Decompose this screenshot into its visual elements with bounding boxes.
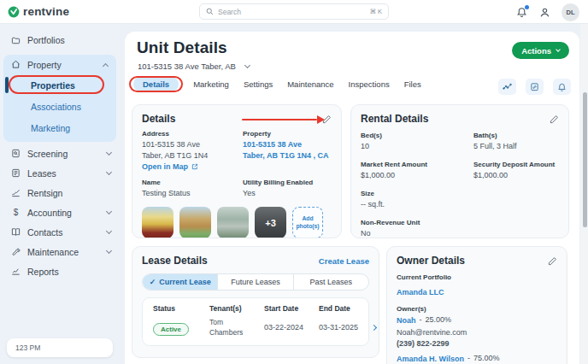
address-field: Address 101-5315 38 Ave Taber, AB T1G 1N… (142, 130, 243, 171)
sidebar-item-associations[interactable]: Associations (3, 96, 116, 117)
alerts-bell-button[interactable] (553, 79, 571, 95)
rental-details-card: Rental Details Bed(s) 10 Bath(s) 5 Full,… (350, 104, 569, 238)
global-search[interactable]: ⌘ K (199, 3, 389, 20)
chart-icon (11, 267, 21, 276)
sidebar-item-screening[interactable]: Screening (0, 144, 120, 163)
tab-details[interactable]: Details (133, 79, 179, 89)
sidebar-item-leases[interactable]: Leases (0, 163, 120, 183)
external-link-icon (191, 163, 198, 170)
search-input[interactable] (218, 8, 365, 16)
tab-settings[interactable]: Settings (244, 79, 273, 89)
user-icon[interactable] (539, 7, 550, 18)
signature-icon (11, 188, 21, 197)
scrollbar-track (580, 24, 588, 364)
sidebar-item-rentsign[interactable]: Rentsign (0, 183, 120, 203)
sidebar-item-accounting[interactable]: $ Accounting (0, 203, 120, 222)
main-content: Unit Details 101-5315 38 Ave Taber, AB A… (125, 32, 579, 364)
sidebar-item-label: Rentsign (27, 188, 111, 198)
owner-share: 25.00% (426, 314, 452, 326)
details-card-title: Details (142, 113, 175, 125)
security-deposit-field: Security Deposit Amount $1,000.00 (473, 161, 559, 181)
segment-label: Past Leases (310, 278, 353, 286)
sidebar-item-label: Leases (27, 168, 100, 179)
portfolio-link[interactable]: Amanda LLC (397, 288, 444, 296)
property-photo[interactable] (179, 207, 211, 238)
edit-pencil-icon[interactable] (550, 114, 559, 124)
property-link[interactable]: 101-5315 38 Ave (243, 139, 332, 150)
owner-entry: Noah - 25.00% (397, 314, 557, 326)
tab-inspections[interactable]: Inspections (349, 79, 390, 89)
topbar-actions: DL (516, 0, 579, 24)
owner-name-link[interactable]: Amanda H. Wilson (397, 355, 464, 363)
page-title: Unit Details (137, 38, 227, 57)
column-header: Status (153, 304, 209, 313)
lease-details-card: Lease Details Create Lease ✓ Current Lea… (132, 246, 379, 358)
chevron-right-icon (371, 325, 377, 331)
avatar[interactable]: DL (562, 3, 579, 21)
tab-marketing[interactable]: Marketing (193, 79, 229, 89)
wrench-icon (11, 247, 21, 256)
field-label: Address (142, 130, 243, 138)
edit-pencil-icon[interactable] (548, 256, 557, 266)
create-lease-link[interactable]: Create Lease (319, 256, 369, 266)
document-search-icon (11, 149, 21, 158)
file-text-icon (11, 168, 21, 178)
sidebar-item-label: Properties (31, 80, 75, 91)
edit-pencil-icon[interactable] (322, 114, 332, 124)
owner-name-link[interactable]: Noah (397, 316, 416, 325)
property-photo[interactable] (142, 207, 173, 238)
add-photos-button[interactable]: Add photo(s) (292, 207, 323, 238)
notes-clipboard-button[interactable] (526, 79, 544, 95)
tab-maintenance[interactable]: Maintenance (287, 79, 333, 89)
notifications-bell-icon[interactable] (516, 6, 528, 18)
sidebar-item-property[interactable]: Property (3, 55, 116, 74)
field-value: No (361, 228, 473, 238)
owner-share: 75.00% (473, 353, 500, 364)
property-link[interactable]: Taber, AB T1G 1N4 , CA (243, 150, 332, 161)
property-photo[interactable] (217, 207, 249, 238)
owner-card-title: Owner Details (397, 255, 465, 267)
notification-dot (525, 5, 529, 9)
breadcrumb[interactable]: 101-5315 38 Ave Taber, AB (138, 62, 250, 71)
size-field: Size -- sq.ft. (361, 190, 473, 210)
market-rent-field: Market Rent Amount $1,000.00 (361, 161, 473, 181)
baths-field: Bath(s) 5 Full, 3 Half (473, 132, 559, 152)
clock-display: 123 PM (7, 338, 113, 357)
beds-field: Bed(s) 10 (361, 132, 473, 152)
activity-chart-button[interactable] (498, 79, 516, 95)
topbar: rentvine ⌘ K DL (0, 0, 588, 24)
field-value: $1,000.00 (473, 170, 559, 181)
field-label: Market Rent Amount (361, 161, 473, 168)
status-badge: Active (153, 323, 189, 336)
sidebar-item-contacts[interactable]: Contacts (0, 222, 120, 242)
lease-filter-segmented-control: ✓ Current Lease Future Leases Past Lease… (142, 273, 369, 291)
chevron-down-icon (556, 47, 561, 52)
property-photo-more[interactable]: +3 (255, 207, 286, 238)
sidebar-item-reports[interactable]: Reports (0, 261, 120, 281)
field-label: Owner(s) (397, 305, 557, 313)
actions-button[interactable]: Actions (512, 42, 569, 59)
brand-name: rentvine (23, 5, 69, 18)
table-row[interactable]: Active Tom Chambers 03-22-2024 03-31-202… (153, 317, 360, 338)
tab-files[interactable]: Files (404, 79, 421, 89)
home-icon (11, 60, 21, 69)
sidebar-item-portfolios[interactable]: Portfolios (0, 29, 120, 51)
sidebar-item-properties[interactable]: Properties (3, 74, 116, 96)
tab-label: Details (133, 77, 179, 91)
column-header: End Date (319, 304, 372, 313)
utility-field: Utility Billing Enabled Yes (243, 179, 332, 199)
brand-logo[interactable]: rentvine (8, 5, 69, 18)
field-label: Utility Billing Enabled (243, 179, 332, 186)
photo-overflow-count: +3 (265, 218, 276, 228)
segment-past-leases[interactable]: Past Leases (293, 274, 368, 290)
open-in-map-link[interactable]: Open in Map (142, 162, 243, 171)
active-indicator (5, 77, 9, 93)
sidebar-item-marketing[interactable]: Marketing (3, 117, 116, 138)
address-line: Taber, AB T1G 1N4 (142, 150, 243, 161)
scrollbar-thumb[interactable] (583, 92, 587, 227)
sidebar-item-maintenance[interactable]: Maintenance (0, 242, 120, 261)
segment-future-leases[interactable]: Future Leases (217, 274, 292, 290)
owner-phone-link[interactable]: (239) 822-2299 (397, 339, 557, 348)
search-shortcut: ⌘ K (369, 8, 382, 15)
segment-current-lease[interactable]: ✓ Current Lease (143, 274, 217, 290)
